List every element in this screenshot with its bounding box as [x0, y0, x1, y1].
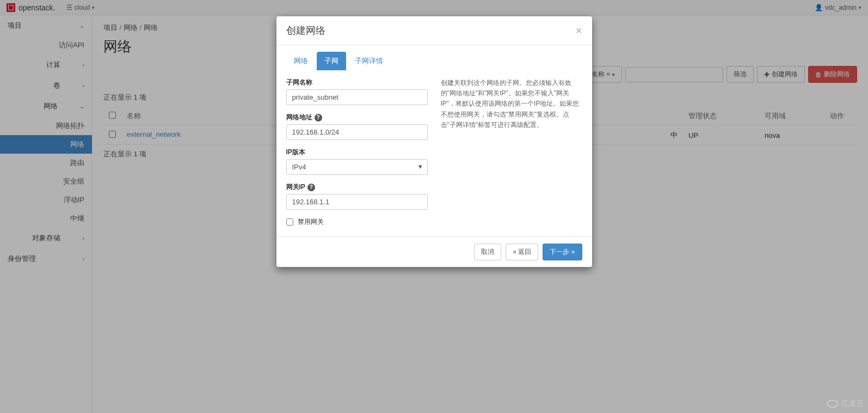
ip-version-select[interactable]: IPv4 — [286, 159, 428, 175]
gateway-ip-label: 网关IP ? — [286, 183, 428, 192]
field-disable-gateway: 禁用网关 — [286, 217, 428, 227]
gateway-ip-input[interactable] — [286, 194, 428, 210]
watermark: 亿速云 — [827, 399, 864, 409]
network-address-label: 网络地址 ? — [286, 113, 428, 122]
watermark-text: 亿速云 — [841, 399, 864, 409]
disable-gateway-checkbox[interactable] — [286, 218, 293, 226]
tab-network[interactable]: 网络 — [286, 52, 316, 70]
network-address-input[interactable] — [286, 124, 428, 140]
close-icon[interactable]: × — [576, 25, 582, 37]
tab-subnet-detail[interactable]: 子网详情 — [347, 52, 391, 70]
cancel-button[interactable]: 取消 — [474, 244, 501, 260]
next-button[interactable]: 下一步 » — [543, 244, 582, 260]
field-subnet-name: 子网名称 — [286, 78, 428, 105]
back-button[interactable]: « 返回 — [506, 244, 538, 260]
modal-help-text: 创建关联到这个网络的子网。您必须输入有效的"网络地址"和"网关IP"。如果您不输… — [441, 78, 582, 227]
modal-overlay: 创建网络 × 网络 子网 子网详情 子网名称 网络地址 ? — [0, 0, 868, 413]
field-network-address: 网络地址 ? — [286, 113, 428, 140]
field-gateway-ip: 网关IP ? — [286, 183, 428, 210]
disable-gateway-label: 禁用网关 — [298, 217, 324, 227]
modal-body: 子网名称 网络地址 ? IP版本 IPv4 — [276, 70, 592, 236]
create-network-modal: 创建网络 × 网络 子网 子网详情 子网名称 网络地址 ? — [276, 16, 592, 267]
field-ip-version: IP版本 IPv4 — [286, 148, 428, 175]
modal-tabs: 网络 子网 子网详情 — [276, 45, 592, 70]
subnet-name-label: 子网名称 — [286, 78, 428, 87]
tab-subnet[interactable]: 子网 — [317, 52, 346, 70]
label-text: 网络地址 — [286, 113, 312, 122]
subnet-name-input[interactable] — [286, 89, 428, 105]
modal-header: 创建网络 × — [276, 16, 592, 45]
modal-form: 子网名称 网络地址 ? IP版本 IPv4 — [286, 78, 428, 227]
help-icon[interactable]: ? — [315, 114, 322, 122]
cloud-icon — [827, 400, 839, 408]
modal-footer: 取消 « 返回 下一步 » — [276, 236, 592, 267]
label-text: 网关IP — [286, 183, 305, 192]
help-icon[interactable]: ? — [307, 184, 315, 191]
modal-title: 创建网络 — [286, 24, 325, 37]
ip-version-label: IP版本 — [286, 148, 428, 157]
